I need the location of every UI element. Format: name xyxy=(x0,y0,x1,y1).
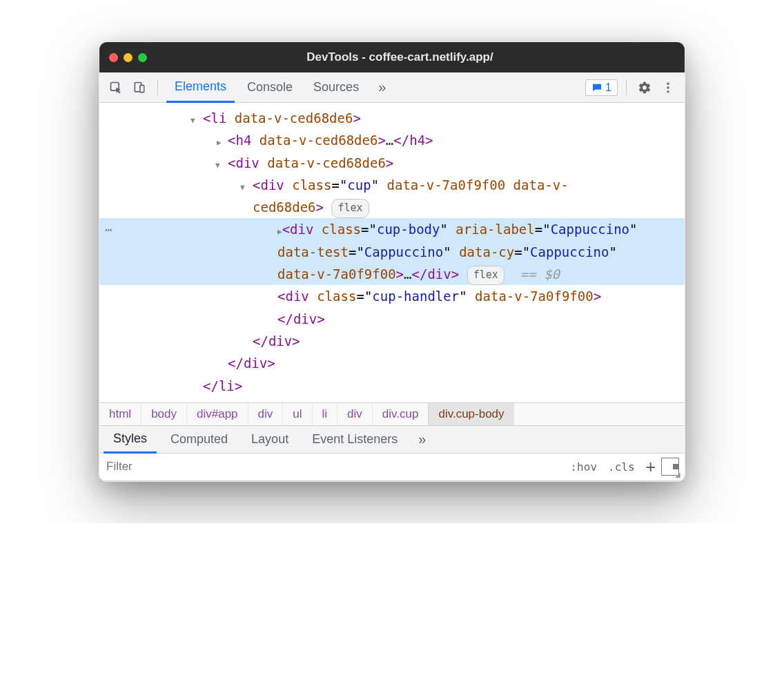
styles-tabs: Styles Computed Layout Event Listeners » xyxy=(99,426,685,454)
kebab-menu-icon[interactable] xyxy=(658,78,678,97)
tree-node[interactable]: </div> xyxy=(99,308,685,330)
message-icon xyxy=(591,82,602,93)
device-toolbar-icon[interactable] xyxy=(130,78,149,97)
close-window-button[interactable] xyxy=(109,53,118,62)
gutter-dots-icon[interactable]: ⋯ xyxy=(105,220,112,241)
selected-node[interactable]: ⋯ <div class="cup-body" aria-label="Capp… xyxy=(99,218,685,285)
flex-badge[interactable]: flex xyxy=(467,266,504,285)
svg-rect-2 xyxy=(140,85,144,92)
elements-tree[interactable]: <li data-v-ced68de6> <h4 data-v-ced68de6… xyxy=(99,103,685,403)
console-ref: == $0 xyxy=(520,266,560,282)
crumb-ul[interactable]: ul xyxy=(282,403,311,425)
devtools-window: DevTools - coffee-cart.netlify.app/ Elem… xyxy=(99,41,685,482)
minimize-window-button[interactable] xyxy=(124,53,133,62)
flex-badge[interactable]: flex xyxy=(331,199,369,218)
crumb-app[interactable]: div#app xyxy=(186,403,248,425)
divider xyxy=(626,80,627,95)
window-controls xyxy=(109,53,147,62)
tree-node[interactable]: <li data-v-ced68de6> xyxy=(99,107,685,129)
tree-node[interactable]: <h4 data-v-ced68de6>…</h4> xyxy=(99,129,685,151)
window-title: DevTools - coffee-cart.netlify.app/ xyxy=(153,50,675,64)
inspect-element-icon[interactable] xyxy=(106,78,126,97)
tree-node[interactable]: </li> xyxy=(99,375,685,397)
titlebar: DevTools - coffee-cart.netlify.app/ xyxy=(99,42,685,72)
tab-console[interactable]: Console xyxy=(239,72,301,103)
cls-toggle[interactable]: .cls xyxy=(602,460,640,474)
svg-point-5 xyxy=(667,90,669,92)
devtools-toolbar: Elements Console Sources » 1 xyxy=(99,72,685,103)
breadcrumb: html body div#app div ul li div div.cup … xyxy=(99,403,685,426)
tree-node[interactable]: <div data-v-ced68de6> xyxy=(99,152,685,174)
crumb-div2[interactable]: div xyxy=(337,403,372,425)
svg-point-3 xyxy=(667,82,669,84)
crumb-cup[interactable]: div.cup xyxy=(372,403,429,425)
tree-node[interactable]: </div> xyxy=(99,330,685,352)
tab-computed[interactable]: Computed xyxy=(161,427,237,452)
styles-filter-row: :hov .cls + xyxy=(99,454,685,481)
tab-layout[interactable]: Layout xyxy=(242,427,298,452)
tab-elements[interactable]: Elements xyxy=(166,72,235,103)
hov-toggle[interactable]: :hov xyxy=(565,460,602,474)
maximize-window-button[interactable] xyxy=(138,53,147,62)
more-styles-tabs-icon[interactable]: » xyxy=(411,431,433,447)
settings-icon[interactable] xyxy=(635,78,654,97)
issues-count: 1 xyxy=(605,81,611,94)
crumb-li[interactable]: li xyxy=(312,403,337,425)
tree-node[interactable]: <div class="cup" data-v-7a0f9f00 data-v- xyxy=(99,174,685,196)
tab-styles[interactable]: Styles xyxy=(104,426,157,454)
crumb-div[interactable]: div xyxy=(248,403,283,425)
tab-event-listeners[interactable]: Event Listeners xyxy=(302,427,407,452)
more-tabs-icon[interactable]: » xyxy=(371,79,393,95)
new-style-rule-icon[interactable]: + xyxy=(640,457,661,476)
tree-node[interactable]: </div> xyxy=(99,352,685,374)
tab-sources[interactable]: Sources xyxy=(305,72,367,103)
tree-node[interactable]: ced68de6> flex xyxy=(99,196,685,218)
issues-badge[interactable]: 1 xyxy=(585,79,618,96)
crumb-cup-body[interactable]: div.cup-body xyxy=(428,403,513,425)
styles-filter-input[interactable] xyxy=(99,460,565,474)
svg-point-4 xyxy=(667,86,669,88)
resize-handle-icon[interactable]: ◢ xyxy=(675,471,680,478)
crumb-body[interactable]: body xyxy=(141,403,186,425)
tree-node[interactable]: <div class="cup-handler" data-v-7a0f9f00… xyxy=(99,285,685,307)
crumb-html[interactable]: html xyxy=(99,403,141,425)
divider xyxy=(157,80,158,95)
